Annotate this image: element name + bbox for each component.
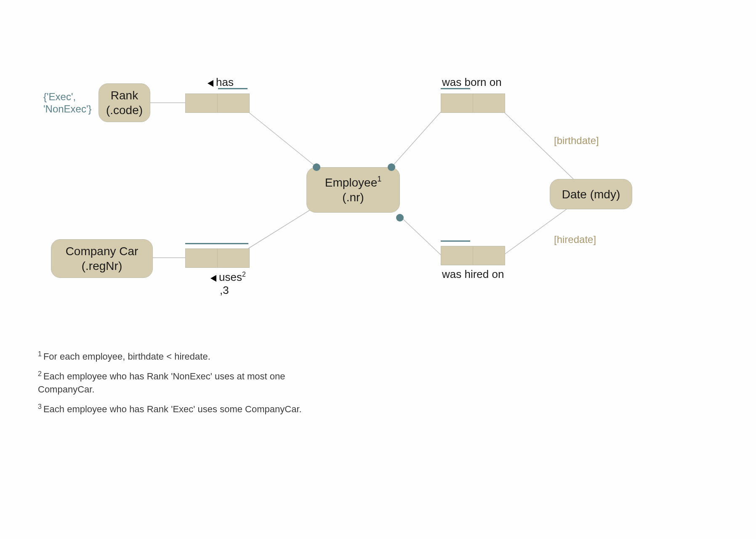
fact-hired[interactable]: [441, 246, 505, 265]
role-has-employee: [218, 93, 250, 113]
entity-rank-ref: (.code): [106, 103, 143, 117]
entity-date-name: Date (mdy): [562, 187, 620, 202]
orm-diagram: Rank (.code) Company Car (.regNr) Employ…: [0, 0, 756, 539]
footnotes: 1For each employee, birthdate < hiredate…: [38, 350, 307, 422]
role-born-date: [473, 93, 505, 113]
mandatory-dot-born: [388, 163, 395, 171]
arrow-left-icon: [210, 275, 216, 282]
role-uses-employee: [218, 248, 250, 268]
role-has-rank: [185, 93, 218, 113]
svg-line-1: [248, 112, 317, 167]
mandatory-dot-hired: [396, 214, 404, 221]
label-uses: uses2 ,3: [210, 271, 246, 297]
footnote-2: 2Each employee who has Rank 'NonExec' us…: [38, 369, 307, 396]
svg-line-4: [391, 112, 441, 167]
arrow-left-icon: [208, 80, 213, 87]
entity-company-car-ref: (.regNr): [82, 259, 122, 273]
uniqueness-hired: [441, 240, 470, 242]
svg-line-7: [504, 204, 573, 255]
entity-employee[interactable]: Employee1 (.nr): [306, 167, 400, 213]
svg-line-6: [402, 218, 441, 255]
role-hired-date: [473, 246, 505, 265]
role-name-birthdate: [birthdate]: [554, 135, 599, 147]
role-hired-employee: [441, 246, 473, 265]
role-born-employee: [441, 93, 473, 113]
entity-employee-name: Employee1: [325, 175, 382, 190]
fact-uses[interactable]: [185, 248, 250, 268]
entity-employee-ref: (.nr): [342, 190, 364, 205]
entity-company-car[interactable]: Company Car (.regNr): [51, 239, 153, 278]
fact-has[interactable]: [185, 93, 250, 113]
mandatory-dot-has: [313, 163, 320, 171]
fact-born[interactable]: [441, 93, 505, 113]
value-constraint-rank: {'Exec', 'NonExec'}: [43, 91, 92, 115]
entity-company-car-name: Company Car: [66, 244, 138, 259]
entity-date[interactable]: Date (mdy): [550, 179, 632, 209]
label-has: has: [208, 76, 234, 89]
svg-line-3: [248, 206, 317, 248]
entity-rank-name: Rank: [111, 88, 138, 103]
role-name-hiredate: [hiredate]: [554, 234, 596, 245]
uniqueness-uses: [185, 243, 248, 244]
label-hired: was hired on: [442, 268, 504, 281]
entity-rank[interactable]: Rank (.code): [98, 83, 150, 122]
footnote-1: 1For each employee, birthdate < hiredate…: [38, 350, 307, 363]
footnote-3: 3Each employee who has Rank 'Exec' uses …: [38, 402, 307, 416]
label-born: was born on: [442, 76, 502, 89]
role-uses-car: [185, 248, 218, 268]
